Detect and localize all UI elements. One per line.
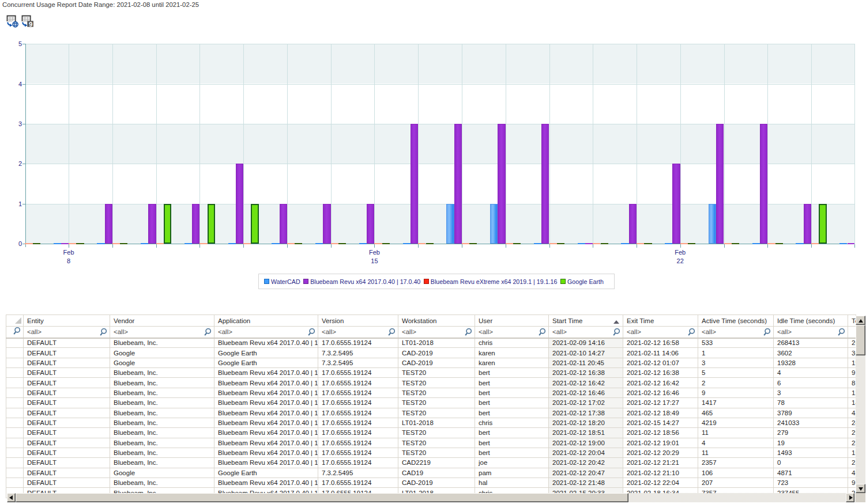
svg-text:9: 9 — [29, 21, 32, 28]
